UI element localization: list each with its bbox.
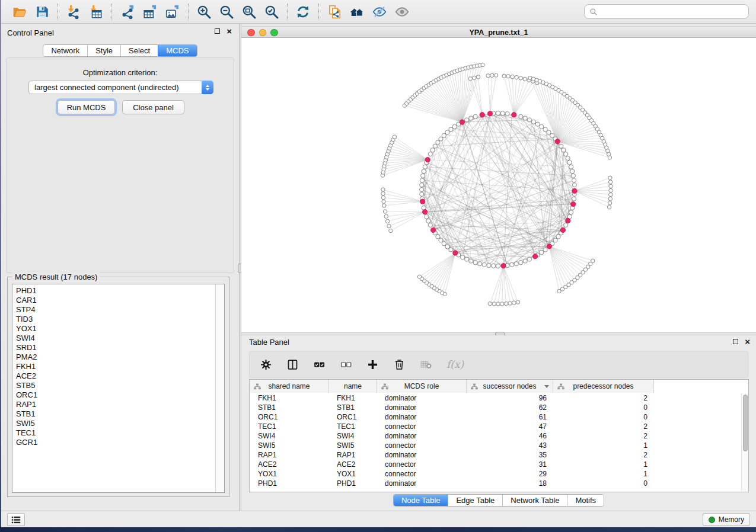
- memory-label: Memory: [719, 515, 744, 524]
- mcds-result-item[interactable]: GCR1: [12, 438, 215, 447]
- mcds-result-item[interactable]: PHD1: [12, 286, 215, 296]
- run-mcds-button[interactable]: Run MCDS: [58, 100, 115, 114]
- split-panel-button[interactable]: [286, 358, 299, 371]
- table-row[interactable]: ACE2ACE2connector311: [250, 460, 741, 469]
- tab-network[interactable]: Network: [43, 45, 87, 56]
- table-tab-motifs[interactable]: Motifs: [567, 495, 604, 506]
- column-header-predecessor-nodes[interactable]: predecessor nodes: [553, 380, 653, 393]
- save-session-button[interactable]: [31, 2, 53, 21]
- cell-predecessor-nodes: 2: [553, 394, 653, 402]
- export-table-icon: [142, 4, 158, 20]
- zoom-out-icon: [219, 4, 234, 20]
- open-file-button[interactable]: [8, 2, 31, 21]
- node-table: shared namenameMCDS rolesuccessor nodesp…: [249, 379, 749, 492]
- task-history-button[interactable]: [7, 513, 25, 526]
- deselect-all-checkboxes-button[interactable]: [340, 358, 352, 371]
- column-header-name[interactable]: name: [328, 380, 377, 393]
- zoom-in-button[interactable]: [193, 2, 215, 21]
- close-panel-icon[interactable]: ×: [745, 339, 750, 344]
- table-tab-node-table[interactable]: Node Table: [394, 495, 448, 506]
- close-panel-icon[interactable]: ×: [227, 28, 232, 34]
- cell-name: FKH1: [328, 394, 377, 402]
- table-header-row: shared namenameMCDS rolesuccessor nodesp…: [250, 380, 741, 393]
- cell-predecessor-nodes: 2: [553, 432, 653, 440]
- table-row[interactable]: RAP1RAP1dominator352: [250, 450, 741, 460]
- float-panel-icon[interactable]: [215, 28, 220, 34]
- search-input[interactable]: [601, 7, 744, 16]
- cell-shared-name: TEC1: [250, 422, 328, 431]
- first-neighbors-icon: [349, 4, 365, 20]
- mcds-result-item[interactable]: STB5: [12, 381, 215, 390]
- table-scrollbar[interactable]: [741, 393, 748, 491]
- table-scrollbar-thumb[interactable]: [743, 395, 748, 451]
- mcds-result-item[interactable]: CAR1: [12, 296, 215, 305]
- first-neighbors-button[interactable]: [346, 2, 368, 21]
- float-panel-icon[interactable]: [733, 339, 738, 344]
- mcds-result-item[interactable]: SWI4: [12, 334, 215, 343]
- show-all-button[interactable]: [391, 2, 413, 21]
- mcds-result-item[interactable]: ORC1: [12, 390, 215, 400]
- mcds-result-item[interactable]: TID3: [12, 315, 215, 324]
- table-tab-network-table[interactable]: Network Table: [502, 495, 567, 506]
- export-table-button[interactable]: [139, 2, 161, 21]
- column-header-filler: [653, 380, 741, 393]
- toolbar-icon-groups: [8, 2, 413, 21]
- duplicate-network-button[interactable]: [323, 2, 346, 21]
- table-row[interactable]: STB1STB1dominator620: [250, 403, 741, 412]
- delete-column-button[interactable]: [393, 358, 406, 371]
- cell-shared-name: RAP1: [250, 451, 328, 459]
- cell-MCDS-role: connector: [377, 422, 466, 431]
- mcds-result-item[interactable]: ACE2: [12, 371, 215, 381]
- mcds-result-item[interactable]: PMA2: [12, 352, 215, 362]
- mcds-panel: Optimization criterion: largest connecte…: [6, 57, 234, 273]
- table-tab-edge-table[interactable]: Edge Table: [448, 495, 502, 506]
- table-row[interactable]: SWI5SWI5connector431: [250, 441, 741, 450]
- refresh-button[interactable]: [292, 2, 314, 21]
- search-box[interactable]: [584, 4, 749, 19]
- column-settings-button[interactable]: [260, 358, 272, 371]
- add-column-button[interactable]: [366, 358, 379, 371]
- zoom-selected-button[interactable]: [260, 2, 283, 21]
- table-row[interactable]: SWI4SWI4dominator462: [250, 431, 741, 441]
- column-header-label: name: [344, 382, 362, 390]
- import-network-button[interactable]: [62, 2, 85, 21]
- select-all-checkboxes-button[interactable]: [313, 358, 326, 371]
- mcds-result-item[interactable]: SWI5: [12, 419, 215, 428]
- memory-button[interactable]: Memory: [703, 513, 750, 526]
- column-header-successor-nodes[interactable]: successor nodes: [466, 380, 553, 393]
- table-row[interactable]: TEC1TEC1connector472: [250, 422, 741, 431]
- mcds-result-item[interactable]: RAP1: [12, 400, 215, 409]
- cell-predecessor-nodes: 1: [553, 460, 653, 469]
- tab-select[interactable]: Select: [120, 45, 158, 56]
- zoom-fit-button[interactable]: [238, 2, 260, 21]
- cell-shared-name: PHD1: [250, 479, 328, 488]
- zoom-out-button[interactable]: [215, 2, 238, 21]
- mcds-result-item[interactable]: TEC1: [12, 428, 215, 438]
- optimization-criterion-select[interactable]: largest connected component (undirected): [28, 81, 213, 94]
- table-row[interactable]: ORC1ORC1dominator610: [250, 412, 741, 422]
- mcds-result-item[interactable]: STP4: [12, 305, 215, 315]
- table-row[interactable]: YOX1YOX1connector291: [250, 469, 741, 479]
- mcds-result-item[interactable]: STB1: [12, 409, 215, 419]
- cell-successor-nodes: 61: [466, 413, 553, 421]
- tab-style[interactable]: Style: [87, 45, 120, 56]
- close-panel-button[interactable]: Close panel: [122, 100, 184, 114]
- mcds-result-item[interactable]: SRD1: [12, 343, 215, 352]
- mcds-result-item[interactable]: FKH1: [12, 362, 215, 371]
- mcds-result-scrollbar[interactable]: [215, 284, 224, 492]
- import-table-button[interactable]: [85, 2, 107, 21]
- hide-selected-button[interactable]: [368, 2, 391, 21]
- column-type-icon: [471, 383, 478, 390]
- export-network-button[interactable]: [116, 2, 139, 21]
- mcds-result-groupbox: MCDS result (17 nodes) PHD1CAR1STP4TID3Y…: [7, 277, 229, 497]
- table-row[interactable]: PHD1PHD1dominator180: [250, 479, 741, 488]
- column-header-MCDS-role[interactable]: MCDS role: [377, 380, 466, 393]
- mcds-result-item[interactable]: YOX1: [12, 324, 215, 334]
- search-icon: [589, 8, 598, 16]
- export-image-button[interactable]: [161, 2, 184, 21]
- table-row[interactable]: FKH1FKH1dominator962: [250, 393, 741, 403]
- column-header-shared-name[interactable]: shared name: [250, 380, 328, 393]
- network-canvas[interactable]: [241, 38, 756, 332]
- network-title: YPA_prune.txt_1: [241, 28, 756, 37]
- tab-mcds[interactable]: MCDS: [158, 45, 196, 56]
